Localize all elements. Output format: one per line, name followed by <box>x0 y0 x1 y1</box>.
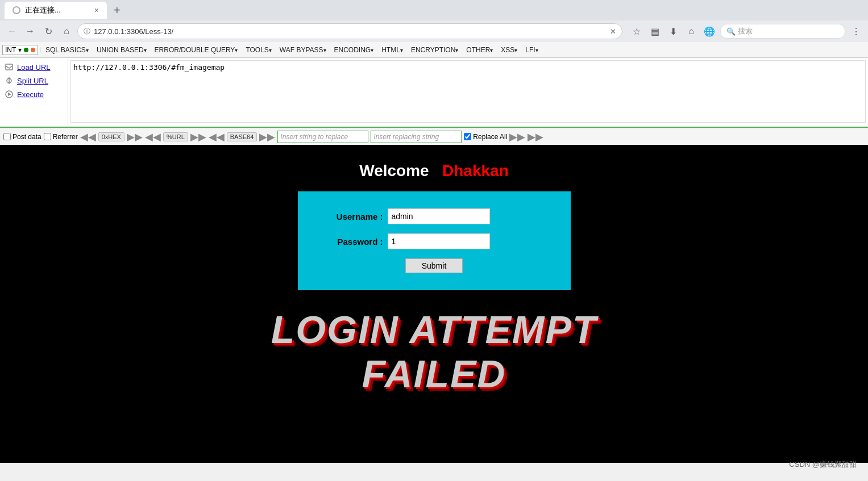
menu-tools[interactable]: TOOLS <box>242 45 275 55</box>
welcome-name: Dhakkan <box>442 162 509 179</box>
hackbar-body: Load URL Split URL Execute http://127.0.… <box>0 58 868 128</box>
dot-red-icon <box>31 48 35 52</box>
arrow-right-4: ▶▶ <box>509 131 525 143</box>
menu-lfi[interactable]: LFI <box>522 45 541 55</box>
reader-button[interactable]: ▤ <box>647 24 662 39</box>
menu-encoding[interactable]: ENCODING <box>331 45 377 55</box>
arrow-left-1: ◀◀ <box>80 131 96 143</box>
load-url-button[interactable]: Load URL <box>0 60 68 74</box>
menu-html[interactable]: HTML <box>378 45 406 55</box>
insert-replacing-string-input[interactable] <box>371 131 462 143</box>
post-data-check[interactable]: Post data <box>3 133 41 141</box>
arrow-right-3: ▶▶ <box>259 131 275 143</box>
clear-address-icon[interactable]: ✕ <box>610 27 616 36</box>
menu-sql-basics[interactable]: SQL BASICS <box>42 45 92 55</box>
split-url-label: Split URL <box>17 77 48 85</box>
arrow-right-1: ▶▶ <box>127 131 143 143</box>
extensions-button[interactable]: 🌐 <box>702 24 717 39</box>
insert-string-replace-input[interactable] <box>277 131 368 143</box>
submit-button[interactable]: Submit <box>405 258 463 273</box>
welcome-prefix: Welcome <box>359 162 429 179</box>
username-label: Username : <box>321 212 383 221</box>
int-select[interactable]: INT ▾ <box>2 45 38 55</box>
split-url-button[interactable]: Split URL <box>0 74 68 87</box>
arrow-right-5: ▶▶ <box>528 131 543 143</box>
menu-error-double[interactable]: ERROR/DOUBLE QUERY <box>151 45 242 55</box>
replace-all-label: Replace All <box>473 133 507 141</box>
address-text: 127.0.0.1:3306/Less-13/ <box>94 27 607 36</box>
menu-waf-bypass[interactable]: WAF BYPASS <box>276 45 330 55</box>
referrer-label: Referrer <box>53 133 78 141</box>
username-row: Username : <box>321 208 548 224</box>
address-icons: ✕ <box>610 27 616 36</box>
execute-button[interactable]: Execute <box>0 87 68 101</box>
browser-toolbar-icons: ☆ ▤ ⬇ ⌂ 🌐 🔍 搜索 ⋮ <box>629 24 863 39</box>
menu-encryption[interactable]: ENCRYPTION <box>408 45 462 55</box>
login-failed-line2: FAILED <box>271 352 597 396</box>
login-failed-text: LOGIN ATTEMPT FAILED <box>271 307 597 396</box>
menu-other[interactable]: OTHER <box>463 45 496 55</box>
base64-encode-button[interactable]: BASE64 <box>227 132 258 141</box>
homepage-button[interactable]: ⌂ <box>684 24 699 39</box>
post-data-checkbox[interactable] <box>3 133 11 140</box>
post-data-label: Post data <box>13 133 41 141</box>
hackbar-menu: INT ▾ | SQL BASICS UNION BASED ERROR/DOU… <box>0 42 868 58</box>
int-dropdown-icon: ▾ <box>18 46 22 54</box>
load-url-icon <box>5 62 14 72</box>
back-button[interactable]: ← <box>5 24 19 39</box>
menu-button[interactable]: ⋮ <box>849 24 863 39</box>
int-label: INT <box>5 46 16 54</box>
referrer-checkbox[interactable] <box>44 133 51 140</box>
tab-favicon <box>13 6 20 14</box>
hackbar-sidebar: Load URL Split URL Execute <box>0 58 68 127</box>
title-bar: 正在连接... × + <box>0 0 868 20</box>
address-prefix: ⓘ <box>84 27 90 36</box>
url-encode-button[interactable]: %URL <box>163 132 188 141</box>
execute-icon <box>5 90 14 99</box>
tab-title: 正在连接... <box>25 5 61 15</box>
download-button[interactable]: ⬇ <box>666 24 680 39</box>
execute-label: Execute <box>17 90 44 99</box>
browser-tab[interactable]: 正在连接... × <box>5 2 107 19</box>
dot-green-icon <box>24 48 28 52</box>
home-button[interactable]: ⌂ <box>59 24 74 39</box>
replace-all-checkbox[interactable] <box>464 133 471 140</box>
search-icon: 🔍 <box>726 27 736 36</box>
login-failed-line1: LOGIN ATTEMPT <box>271 307 597 352</box>
username-input[interactable] <box>388 208 490 224</box>
search-placeholder: 搜索 <box>738 26 753 36</box>
referrer-check[interactable]: Referrer <box>44 133 78 141</box>
login-box: Username : Password : Submit <box>298 191 571 290</box>
address-bar: ← → ↻ ⌂ ⓘ 127.0.0.1:3306/Less-13/ ✕ ☆ ▤ … <box>0 20 868 42</box>
address-input[interactable]: ⓘ 127.0.0.1:3306/Less-13/ ✕ <box>77 23 622 39</box>
forward-button[interactable]: → <box>23 24 38 39</box>
password-label: Password : <box>321 237 383 246</box>
reload-button[interactable]: ↻ <box>41 24 56 39</box>
hackbar-bottom-toolbar: Post data Referrer ◀◀ 0xHEX ▶▶ ◀◀ %URL ▶… <box>0 128 868 145</box>
hex-encode-button[interactable]: 0xHEX <box>98 132 124 141</box>
arrow-right-2: ▶▶ <box>190 131 206 143</box>
welcome-text: Welcome Dhakkan <box>359 162 508 180</box>
split-url-icon <box>5 76 14 85</box>
tab-close-button[interactable]: × <box>94 6 99 15</box>
csdn-watermark: CSDN @赚钱聚甜甜 <box>789 459 857 463</box>
arrow-left-3: ◀◀ <box>209 131 225 143</box>
password-row: Password : <box>321 233 548 249</box>
arrow-left-2: ◀◀ <box>145 131 161 143</box>
search-box[interactable]: 🔍 搜索 <box>720 24 845 39</box>
menu-union-based[interactable]: UNION BASED <box>93 45 150 55</box>
menu-xss[interactable]: XSS <box>497 45 521 55</box>
main-content: Welcome Dhakkan Username : Password : Su… <box>0 145 868 463</box>
password-input[interactable] <box>388 233 490 249</box>
new-tab-button[interactable]: + <box>114 4 121 17</box>
hackbar-url-area: http://127.0.0.1:3306/#fm_imagemap <box>68 58 868 127</box>
svg-marker-4 <box>8 93 11 96</box>
submit-row: Submit <box>321 258 548 273</box>
url-textarea[interactable]: http://127.0.0.1:3306/#fm_imagemap <box>70 60 866 123</box>
replace-all-check[interactable]: Replace All <box>464 133 507 141</box>
load-url-label: Load URL <box>17 63 51 72</box>
sep1: | <box>39 47 41 53</box>
bookmark-button[interactable]: ☆ <box>629 24 644 39</box>
